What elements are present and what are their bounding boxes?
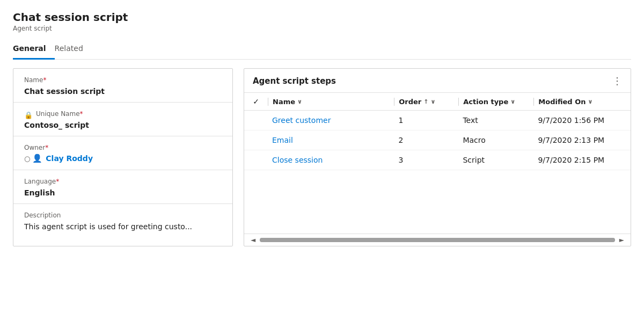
table-row: Email 2 Macro 9/7/2020 2:13 PM <box>244 130 631 150</box>
row-2-modified-on: 9/7/2020 2:13 PM <box>533 136 631 144</box>
page-container: Chat session script Agent script General… <box>13 11 631 246</box>
grid-panel: Agent script steps ⋮ ✓ Name ∨ Order ↑ ∨ … <box>244 68 631 246</box>
tab-related[interactable]: Related <box>55 40 92 60</box>
field-owner: Owner* ○ 👤 Clay Roddy <box>13 136 232 170</box>
row-3-name[interactable]: Close session <box>268 156 394 164</box>
row-1-modified-on: 9/7/2020 1:56 PM <box>533 116 631 125</box>
scroll-left-button[interactable]: ◄ <box>248 236 258 244</box>
col-header-name[interactable]: Name ∨ <box>268 98 394 106</box>
col-header-modified-on[interactable]: Modified On ∨ <box>533 98 631 106</box>
row-1-action-type: Text <box>458 116 533 125</box>
row-2-order: 2 <box>394 136 458 144</box>
language-value: English <box>24 187 222 197</box>
row-3-order: 3 <box>394 156 458 164</box>
check-column-header: ✓ <box>244 97 268 106</box>
scrollbar-track[interactable] <box>260 238 615 242</box>
col-header-order[interactable]: Order ↑ ∨ <box>394 98 458 106</box>
field-unique-name: 🔒 Unique Name* Contoso_ script <box>13 103 232 136</box>
checkmark-icon: ✓ <box>253 97 259 106</box>
more-options-icon[interactable]: ⋮ <box>612 76 622 86</box>
action-type-sort-icon[interactable]: ∨ <box>510 98 515 105</box>
language-label: Language* <box>24 178 222 185</box>
content-area: Name* Chat session script 🔒 Unique Name*… <box>13 68 631 246</box>
name-sort-icon[interactable]: ∨ <box>297 98 302 105</box>
description-label: Description <box>24 212 222 219</box>
row-1-order: 1 <box>394 116 458 125</box>
person-icon: 👤 <box>32 154 42 163</box>
name-label: Name* <box>24 76 222 84</box>
page-title: Chat session script <box>13 11 631 24</box>
grid-title: Agent script steps <box>253 76 336 86</box>
field-name: Name* Chat session script <box>13 69 232 103</box>
name-value: Chat session script <box>24 86 222 96</box>
row-1-name[interactable]: Greet customer <box>268 116 394 125</box>
horizontal-scrollbar: ◄ ► <box>244 234 631 246</box>
field-description: Description This agent script is used fo… <box>13 204 232 237</box>
row-3-action-type: Script <box>458 156 533 164</box>
tab-bar: General Related <box>13 40 631 60</box>
description-value: This agent script is used for greeting c… <box>24 221 222 231</box>
unique-name-label: Unique Name* <box>36 110 83 118</box>
page-header: Chat session script Agent script <box>13 11 631 32</box>
scrollbar-thumb[interactable] <box>260 238 615 242</box>
table-row: Close session 3 Script 9/7/2020 2:15 PM <box>244 150 631 170</box>
circle-icon: ○ <box>24 155 30 163</box>
lock-icon: 🔒 <box>24 111 33 119</box>
modified-on-sort-icon[interactable]: ∨ <box>588 98 593 105</box>
grid-header: Agent script steps ⋮ <box>244 69 631 93</box>
order-sort-down-icon[interactable]: ∨ <box>431 98 436 105</box>
col-header-action-type[interactable]: Action type ∨ <box>458 98 533 106</box>
form-panel: Name* Chat session script 🔒 Unique Name*… <box>13 68 233 246</box>
scroll-right-button[interactable]: ► <box>617 236 626 244</box>
row-2-name[interactable]: Email <box>268 136 394 144</box>
field-language: Language* English <box>13 170 232 204</box>
tab-general[interactable]: General <box>13 40 55 60</box>
grid-column-headers: ✓ Name ∨ Order ↑ ∨ Action type ∨ Modifie… <box>244 93 631 111</box>
unique-name-value: Contoso_ script <box>24 120 222 129</box>
owner-value[interactable]: Clay Roddy <box>46 154 93 163</box>
order-sort-up-icon[interactable]: ↑ <box>423 98 428 105</box>
row-3-modified-on: 9/7/2020 2:15 PM <box>533 156 631 164</box>
table-row: Greet customer 1 Text 9/7/2020 1:56 PM <box>244 111 631 130</box>
row-2-action-type: Macro <box>458 136 533 144</box>
owner-label: Owner* <box>24 144 222 151</box>
page-subtitle: Agent script <box>13 25 631 32</box>
